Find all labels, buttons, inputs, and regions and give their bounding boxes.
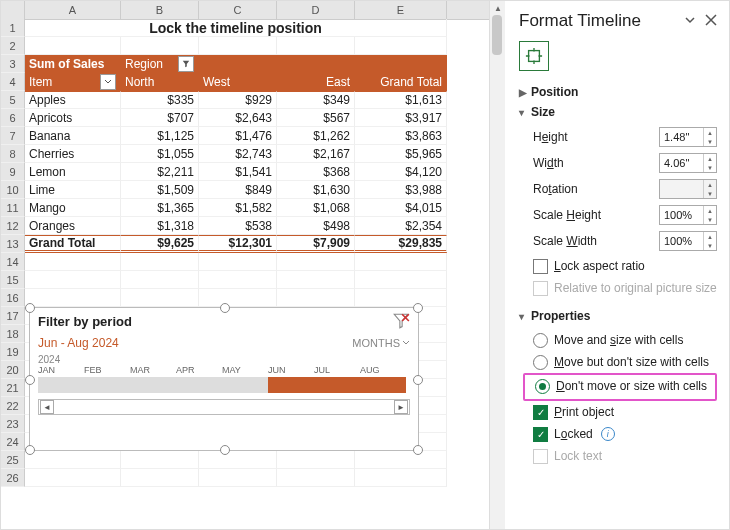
cell[interactable]: Lemon [25, 163, 121, 181]
col-header-A[interactable]: A [25, 1, 121, 19]
cell[interactable] [121, 253, 199, 271]
row-header[interactable]: 16 [1, 289, 25, 307]
timeline-scrollbar[interactable]: ◄ ► [38, 399, 410, 415]
cell[interactable]: $2,167 [277, 145, 355, 163]
cell[interactable]: $1,630 [277, 181, 355, 199]
row-header[interactable]: 12 [1, 217, 25, 235]
cell[interactable] [199, 451, 277, 469]
cell[interactable] [277, 55, 355, 73]
cell[interactable]: Apples [25, 91, 121, 109]
col-header-D[interactable]: D [277, 1, 355, 19]
lock-aspect-ratio-checkbox[interactable]: Lock aspect ratio [533, 255, 717, 277]
cell[interactable]: Lock the timeline position [25, 19, 447, 37]
cell[interactable] [277, 451, 355, 469]
timeline-bar[interactable] [38, 377, 410, 393]
cell[interactable]: $1,541 [199, 163, 277, 181]
width-input[interactable]: 4.06"▲▼ [659, 153, 717, 173]
cell[interactable]: East [277, 73, 355, 91]
row-header[interactable]: 2 [1, 37, 25, 55]
pane-options-icon[interactable] [683, 13, 697, 30]
cell[interactable]: Item [25, 73, 121, 91]
row-header[interactable]: 11 [1, 199, 25, 217]
cell[interactable]: $1,582 [199, 199, 277, 217]
scale-width-input[interactable]: 100%▲▼ [659, 231, 717, 251]
cell[interactable]: $498 [277, 217, 355, 235]
cell[interactable]: $349 [277, 91, 355, 109]
cell[interactable] [355, 253, 447, 271]
scale-height-input[interactable]: 100%▲▼ [659, 205, 717, 225]
cell[interactable]: Cherries [25, 145, 121, 163]
cell[interactable] [199, 37, 277, 55]
cell[interactable] [355, 37, 447, 55]
cell[interactable] [25, 469, 121, 487]
cell[interactable]: Oranges [25, 217, 121, 235]
select-all-corner[interactable] [1, 1, 25, 19]
row-header[interactable]: 17 [1, 307, 25, 325]
cell[interactable]: $12,301 [199, 235, 277, 253]
row-header[interactable]: 13 [1, 235, 25, 253]
cell[interactable]: $4,015 [355, 199, 447, 217]
col-header-C[interactable]: C [199, 1, 277, 19]
cell[interactable]: $1,613 [355, 91, 447, 109]
section-position[interactable]: ▶Position [519, 85, 717, 99]
row-header[interactable]: 5 [1, 91, 25, 109]
cell[interactable] [277, 289, 355, 307]
cell[interactable]: $707 [121, 109, 199, 127]
cell[interactable]: North [121, 73, 199, 91]
move-not-size-radio[interactable]: Move but don't size with cells [533, 351, 717, 373]
cell[interactable]: $4,120 [355, 163, 447, 181]
info-icon[interactable]: i [601, 427, 615, 441]
cell[interactable]: Mango [25, 199, 121, 217]
cell[interactable]: Grand Total [25, 235, 121, 253]
cell[interactable]: $3,917 [355, 109, 447, 127]
clear-filter-icon[interactable] [392, 313, 410, 329]
cell[interactable]: $2,211 [121, 163, 199, 181]
cell[interactable]: $5,965 [355, 145, 447, 163]
cell[interactable]: $538 [199, 217, 277, 235]
cell[interactable]: $1,262 [277, 127, 355, 145]
cell[interactable] [277, 37, 355, 55]
dont-move-size-radio[interactable]: Don't move or size with cells [535, 375, 711, 397]
scroll-left-icon[interactable]: ◄ [40, 400, 54, 414]
row-header[interactable]: 23 [1, 415, 25, 433]
cell[interactable] [121, 451, 199, 469]
cell[interactable] [277, 253, 355, 271]
cell[interactable]: Lime [25, 181, 121, 199]
cell[interactable]: $567 [277, 109, 355, 127]
cell[interactable]: $1,318 [121, 217, 199, 235]
cell[interactable]: $9,625 [121, 235, 199, 253]
cell[interactable]: $1,476 [199, 127, 277, 145]
cell[interactable] [25, 451, 121, 469]
cell[interactable]: West [199, 73, 277, 91]
cell[interactable]: $7,909 [277, 235, 355, 253]
cell[interactable] [25, 253, 121, 271]
cell[interactable] [199, 55, 277, 73]
cell[interactable] [355, 451, 447, 469]
cell[interactable]: $1,068 [277, 199, 355, 217]
row-header[interactable]: 26 [1, 469, 25, 487]
cell[interactable] [121, 271, 199, 289]
locked-checkbox[interactable]: ✓Locked i [533, 423, 717, 445]
move-size-with-cells-radio[interactable]: Move and size with cells [533, 329, 717, 351]
cell[interactable]: $849 [199, 181, 277, 199]
print-object-checkbox[interactable]: ✓Print object [533, 401, 717, 423]
row-header[interactable]: 14 [1, 253, 25, 271]
cell[interactable]: $1,509 [121, 181, 199, 199]
row-header[interactable]: 22 [1, 397, 25, 415]
timeline-unit-dropdown[interactable]: MONTHS [352, 337, 410, 349]
height-input[interactable]: 1.48"▲▼ [659, 127, 717, 147]
row-header[interactable]: 24 [1, 433, 25, 451]
cell[interactable] [25, 37, 121, 55]
cell[interactable]: Apricots [25, 109, 121, 127]
row-header[interactable]: 19 [1, 343, 25, 361]
cell[interactable] [121, 37, 199, 55]
cell[interactable]: $29,835 [355, 235, 447, 253]
cell[interactable]: $929 [199, 91, 277, 109]
cell[interactable]: $2,643 [199, 109, 277, 127]
cell[interactable]: Banana [25, 127, 121, 145]
resize-handle[interactable] [220, 303, 230, 313]
cell[interactable] [199, 469, 277, 487]
row-header[interactable]: 9 [1, 163, 25, 181]
cell[interactable] [355, 469, 447, 487]
cell[interactable] [277, 271, 355, 289]
